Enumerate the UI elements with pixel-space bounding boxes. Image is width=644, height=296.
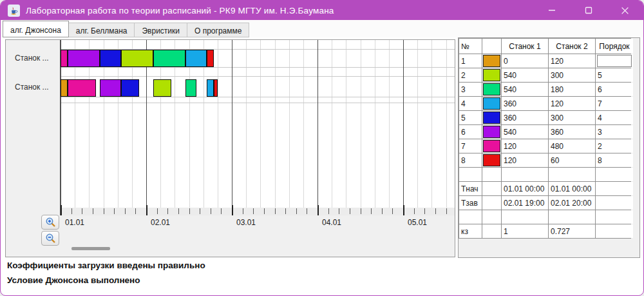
axis-tick-minor [339,208,339,214]
table-cell-machine1[interactable]: 0 [502,54,548,68]
table-cell-machine1[interactable]: 540 [502,125,548,139]
table-cell-machine1[interactable]: 540 [502,68,548,82]
table-cell-order[interactable]: 6 [596,83,633,96]
table-cell-machine2[interactable]: 360 [549,125,595,139]
table-cell-order[interactable]: 8 [596,153,633,167]
axis-tick-minor [71,208,72,214]
table-cell-machine2[interactable] [549,210,595,224]
gridline-minor [431,40,432,208]
table-cell-order[interactable] [596,168,633,181]
axis-tick-minor [264,208,265,214]
table-cell-num[interactable]: 6 [459,125,482,139]
table-cell-machine1[interactable]: 01.01 00:00 [502,182,548,195]
table-cell-color[interactable] [482,83,501,96]
table-cell-machine1[interactable]: 02.01 19:00 [502,196,548,210]
table-cell-machine2[interactable]: 300 [549,68,595,82]
table-cell-color[interactable] [482,182,501,195]
table-cell-machine2[interactable]: 120 [549,97,595,110]
gantt-bar-machine-1 [207,50,214,67]
table-cell-order[interactable] [596,54,633,68]
gridline-minor [303,40,304,208]
task-color-swatch [483,140,500,152]
table-cell-order[interactable]: 5 [596,68,633,82]
table-cell-color[interactable] [482,97,501,110]
zoom-out-button[interactable] [41,231,59,246]
table-cell-machine1[interactable]: 120 [502,139,548,153]
table-cell-num[interactable]: 3 [459,83,482,96]
table-cell-num[interactable]: кз [459,224,482,238]
order-cell-editor[interactable] [597,55,632,67]
table-cell-num[interactable] [459,210,482,224]
gridline-minor [246,40,247,208]
gridline-minor [361,40,361,208]
table-cell-num[interactable]: Тнач [459,182,482,195]
table-cell-machine2[interactable]: 480 [549,139,595,153]
task-color-swatch [483,69,500,81]
table-cell-num[interactable]: 5 [459,111,482,124]
table-cell-color[interactable] [482,125,501,139]
table-cell-color[interactable] [482,196,501,210]
status-line-johnson-condition: Условие Джонсона выполнено [7,275,140,285]
axis-tick-minor [104,208,104,214]
table-cell-color[interactable] [482,111,501,124]
table-cell-order[interactable]: 3 [596,125,633,139]
table-cell-machine1[interactable]: 540 [502,83,548,96]
machine-2-label: Станок ... [15,83,49,92]
table-cell-order[interactable] [596,224,633,238]
table-cell-machine2[interactable]: 01.01 00:00 [549,182,595,195]
machine-1-label: Станок ... [15,54,49,63]
table-cell-machine1[interactable]: 360 [502,97,548,110]
table-cell-machine1[interactable] [502,210,548,224]
window-title: Лабораторная работа по теории расписаний… [26,6,334,15]
axis-day-label: 01.01 [65,218,84,227]
app-window: Лабораторная работа по теории расписаний… [0,0,644,296]
table-cell-machine1[interactable]: 1 [502,224,548,238]
table-cell-color[interactable] [482,168,501,181]
tab-bellman-algorithm[interactable]: алг. Беллмана [69,23,135,37]
table-cell-color[interactable] [482,153,501,167]
tab-heuristics[interactable]: Эвристики [135,23,187,37]
axis-tick-major [232,205,233,215]
minimize-icon[interactable] [533,1,570,20]
table-cell-color[interactable] [482,54,501,68]
table-cell-num[interactable]: Тзав [459,196,482,210]
task-color-swatch [483,154,500,166]
maximize-icon[interactable] [570,1,607,20]
horizontal-scrollbar-thumb[interactable] [71,247,110,250]
table-cell-order[interactable]: 2 [596,139,633,153]
table-cell-order[interactable] [596,182,633,195]
table-cell-color[interactable] [482,139,501,153]
table-header-color [482,39,501,54]
table-cell-machine2[interactable]: 0.727 [549,224,595,238]
table-cell-machine2[interactable]: 120 [549,54,595,68]
table-cell-color[interactable] [482,68,501,82]
axis-tick-minor [157,208,158,214]
axis-tick-minor [382,208,383,214]
table-cell-order[interactable]: 4 [596,111,633,124]
table-cell-machine1[interactable] [502,168,548,181]
gridline-minor [375,40,375,208]
table-cell-machine2[interactable]: 02.01 20:00 [549,196,595,210]
table-cell-machine2[interactable]: 180 [549,83,595,96]
table-cell-num[interactable] [459,168,482,181]
table-cell-machine1[interactable]: 120 [502,153,548,167]
table-cell-order[interactable] [596,196,633,210]
table-cell-order[interactable] [596,210,633,224]
titlebar: Лабораторная работа по теории расписаний… [1,1,643,20]
table-cell-num[interactable]: 1 [459,54,482,68]
tab-johnson-algorithm[interactable]: алг. Джонсона [3,21,69,37]
table-cell-num[interactable]: 8 [459,153,482,167]
table-cell-num[interactable]: 2 [459,68,482,82]
table-cell-machine2[interactable] [549,168,595,181]
table-cell-machine2[interactable]: 60 [549,153,595,167]
table-cell-color[interactable] [482,210,501,224]
table-cell-machine2[interactable]: 300 [549,111,595,124]
close-icon[interactable] [607,1,643,20]
table-cell-order[interactable]: 7 [596,97,633,110]
table-cell-num[interactable]: 4 [459,97,482,110]
tab-about[interactable]: О программе [187,23,249,37]
table-cell-color[interactable] [482,224,501,238]
zoom-in-button[interactable] [41,215,59,230]
table-cell-machine1[interactable]: 360 [502,111,548,124]
table-cell-num[interactable]: 7 [459,139,482,153]
